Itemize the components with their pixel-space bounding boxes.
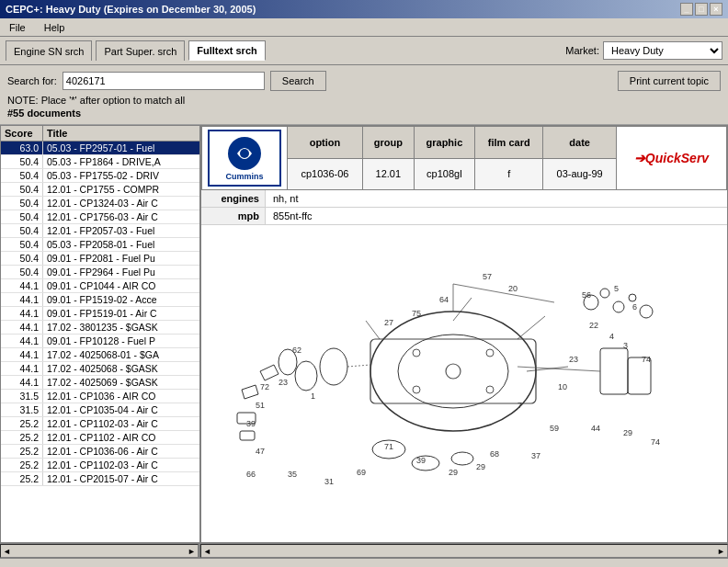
table-row[interactable]: 50.409.01 - FP2081 - Fuel Pu	[1, 252, 199, 266]
table-row[interactable]: 63.005.03 - FP2957-01 - Fuel	[1, 142, 199, 155]
search-button[interactable]: Search	[270, 71, 326, 91]
tab-engine-sn-srch[interactable]: Engine SN srch	[6, 40, 92, 61]
table-row[interactable]: 50.412.01 - CP1755 - COMPR	[1, 183, 199, 197]
svg-text:72: 72	[260, 382, 269, 391]
svg-text:68: 68	[490, 449, 499, 459]
score-cell: 50.4	[1, 252, 43, 265]
table-row[interactable]: 44.117.02 - 4025068 - $GASK	[1, 362, 199, 376]
svg-text:75: 75	[412, 309, 421, 318]
table-row[interactable]: 44.109.01 - FP1519-02 - Acce	[1, 293, 199, 307]
window-controls: _ □ ×	[680, 3, 722, 16]
quickserve-logo-cell: ➔QuickServ	[617, 127, 727, 190]
table-row[interactable]: 44.117.02 - 4025069 - $GASK	[1, 376, 199, 390]
table-row[interactable]: 44.117.02 - 3801235 - $GASK	[1, 321, 199, 335]
score-cell: 50.4	[1, 238, 43, 251]
svg-text:39: 39	[416, 456, 426, 465]
menu-bar: File Help	[0, 18, 728, 37]
minimize-button[interactable]: _	[680, 3, 693, 16]
score-cell: 44.1	[1, 293, 43, 306]
table-row[interactable]: 50.405.03 - FP2058-01 - Fuel	[1, 238, 199, 252]
option-value: cp1036-06	[288, 158, 363, 190]
title-cell: 05.03 - FP2058-01 - Fuel	[43, 238, 199, 251]
svg-text:56: 56	[582, 290, 591, 300]
svg-text:47: 47	[256, 447, 265, 456]
score-cell: 50.4	[1, 266, 43, 278]
svg-text:31: 31	[324, 477, 334, 486]
score-cell: 25.2	[1, 417, 43, 430]
market-select[interactable]: Heavy Duty Medium Duty Light Duty	[603, 41, 722, 60]
table-row[interactable]: 50.412.01 - FP2057-03 - Fuel	[1, 224, 199, 238]
title-cell: 12.01 - FP2057-03 - Fuel	[43, 224, 199, 237]
maximize-button[interactable]: □	[695, 3, 708, 16]
close-button[interactable]: ×	[710, 3, 722, 16]
score-cell: 44.1	[1, 335, 43, 347]
table-row[interactable]: 44.109.01 - FP1519-01 - Air C	[1, 307, 199, 321]
table-row[interactable]: 50.409.01 - FP2964 - Fuel Pu	[1, 266, 199, 279]
score-cell: 31.5	[1, 403, 43, 416]
table-row[interactable]: 25.212.01 - CP1102 - AIR CO	[1, 431, 199, 445]
table-row[interactable]: 50.405.03 - FP1864 - DRIVE,A	[1, 155, 199, 169]
title-column-header: Title	[43, 126, 199, 141]
graphic-header: graphic	[414, 127, 474, 159]
svg-text:4: 4	[609, 332, 614, 341]
svg-text:74: 74	[642, 355, 651, 364]
search-label: Search for:	[7, 75, 57, 86]
table-row[interactable]: 44.117.02 - 4025068-01 - $GA	[1, 348, 199, 362]
title-cell: 17.02 - 3801235 - $GASK	[43, 321, 199, 334]
svg-text:23: 23	[569, 355, 578, 364]
table-row[interactable]: 44.109.01 - FP10128 - Fuel P	[1, 335, 199, 348]
doc-scroll-right-btn[interactable]: ►	[717, 547, 725, 556]
tab-part-super-srch[interactable]: Part Super. srch	[96, 40, 185, 61]
date-value: 03-aug-99	[543, 158, 617, 190]
date-header: date	[543, 127, 617, 159]
table-row[interactable]: 25.212.01 - CP1036-06 - Air C	[1, 445, 199, 459]
search-input[interactable]	[63, 72, 265, 90]
tab-fulltext-srch[interactable]: Fulltext srch	[188, 40, 265, 61]
diagram-area[interactable]: 57 20 56 5 6 22 4 3 74 23 10 7 59 44 29 …	[201, 225, 727, 501]
title-cell: 17.02 - 4025068-01 - $GA	[43, 348, 199, 361]
menu-help[interactable]: Help	[39, 20, 71, 35]
search-area: Search for: Search Print current topic N…	[0, 65, 728, 125]
title-cell: 09.01 - FP1519-01 - Air C	[43, 307, 199, 320]
print-current-topic-button[interactable]: Print current topic	[618, 71, 721, 91]
score-cell: 44.1	[1, 376, 43, 389]
svg-text:10: 10	[558, 382, 567, 391]
cummins-logo-cell: Cummins	[202, 127, 288, 190]
title-cell: 09.01 - FP1519-02 - Acce	[43, 293, 199, 306]
table-row[interactable]: 25.212.01 - CP1102-03 - Air C	[1, 417, 199, 431]
table-row[interactable]: 44.109.01 - CP1044 - AIR CO	[1, 279, 199, 293]
title-cell: 12.01 - CP1102-03 - Air C	[43, 417, 199, 430]
status-bar	[0, 558, 728, 567]
svg-text:3: 3	[623, 341, 628, 350]
svg-text:29: 29	[476, 462, 485, 471]
film-card-header: film card	[475, 127, 543, 159]
results-hscrollbar[interactable]: ◄ ►	[0, 544, 200, 558]
doc-hscrollbar[interactable]: ◄ ►	[200, 544, 728, 558]
table-row[interactable]: 25.212.01 - CP2015-07 - Air C	[1, 472, 199, 486]
scroll-left-btn[interactable]: ◄	[3, 547, 11, 556]
scroll-right-btn[interactable]: ►	[188, 547, 196, 556]
table-row[interactable]: 50.412.01 - CP1324-03 - Air C	[1, 197, 199, 210]
score-cell: 50.4	[1, 224, 43, 237]
score-cell: 25.2	[1, 472, 43, 485]
doc-scroll-left-btn[interactable]: ◄	[203, 547, 211, 556]
results-body[interactable]: 63.005.03 - FP2957-01 - Fuel50.405.03 - …	[1, 142, 199, 542]
svg-text:71: 71	[384, 442, 393, 451]
score-cell: 44.1	[1, 321, 43, 334]
menu-file[interactable]: File	[4, 20, 31, 35]
svg-text:27: 27	[384, 318, 393, 327]
score-cell: 50.4	[1, 183, 43, 196]
note-text: NOTE: Place '*' after option to match al…	[7, 95, 721, 106]
table-row[interactable]: 50.405.03 - FP1755-02 - DRIV	[1, 169, 199, 183]
table-row[interactable]: 50.412.01 - CP1756-03 - Air C	[1, 210, 199, 224]
title-cell: 05.03 - FP2957-01 - Fuel	[43, 142, 199, 154]
svg-text:44: 44	[591, 424, 600, 433]
title-cell: 09.01 - FP10128 - Fuel P	[43, 335, 199, 347]
score-cell: 25.2	[1, 431, 43, 444]
main-content: Score Title 63.005.03 - FP2957-01 - Fuel…	[0, 125, 728, 543]
table-row[interactable]: 31.512.01 - CP1036 - AIR CO	[1, 390, 199, 403]
svg-text:6: 6	[632, 302, 637, 312]
table-row[interactable]: 25.212.01 - CP1102-03 - Air C	[1, 459, 199, 472]
title-cell: 12.01 - CP1102 - AIR CO	[43, 431, 199, 444]
table-row[interactable]: 31.512.01 - CP1035-04 - Air C	[1, 403, 199, 417]
